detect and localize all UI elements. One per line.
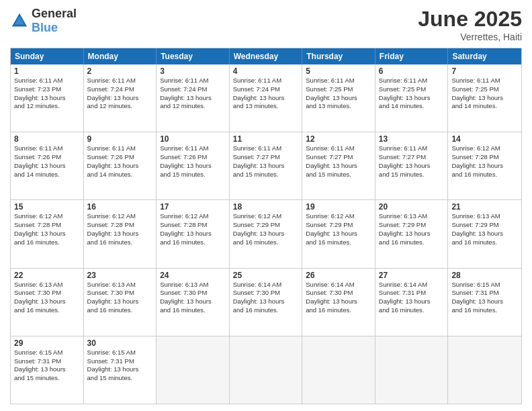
cell-jun29: 29 Sunrise: 6:15 AMSunset: 7:31 PMDaylig…: [11, 336, 84, 404]
day-num-26: 26: [306, 271, 371, 280]
cell-jun16: 16 Sunrise: 6:12 AMSunset: 7:28 PMDaylig…: [84, 200, 157, 267]
day-num-3: 3: [160, 66, 226, 76]
cell-jun1: 1 Sunrise: 6:11 AMSunset: 7:23 PMDayligh…: [11, 64, 84, 132]
logo-blue: Blue: [32, 21, 58, 34]
day-num-30: 30: [87, 338, 153, 348]
cell-empty-1: [157, 336, 230, 404]
header-wednesday: Wednesday: [230, 48, 303, 64]
day-num-1: 1: [14, 66, 80, 76]
day-info-14: Sunrise: 6:12 AMSunset: 7:28 PMDaylight:…: [451, 144, 518, 179]
day-info-19: Sunrise: 6:12 AMSunset: 7:29 PMDaylight:…: [306, 212, 371, 246]
calendar-body: 1 Sunrise: 6:11 AMSunset: 7:23 PMDayligh…: [11, 64, 521, 404]
day-info-3: Sunrise: 6:11 AMSunset: 7:24 PMDaylight:…: [160, 77, 226, 111]
cell-jun9: 9 Sunrise: 6:11 AMSunset: 7:26 PMDayligh…: [84, 132, 157, 199]
header-monday: Monday: [84, 48, 157, 64]
day-num-20: 20: [379, 202, 445, 212]
cell-jun23: 23 Sunrise: 6:13 AMSunset: 7:30 PMDaylig…: [84, 269, 157, 336]
day-num-24: 24: [160, 271, 226, 280]
day-info-13: Sunrise: 6:11 AMSunset: 7:27 PMDaylight:…: [379, 144, 445, 179]
cell-jun21: 21 Sunrise: 6:13 AMSunset: 7:29 PMDaylig…: [448, 200, 521, 267]
day-num-4: 4: [233, 66, 299, 76]
day-info-12: Sunrise: 6:11 AMSunset: 7:27 PMDaylight:…: [306, 144, 371, 179]
day-info-1: Sunrise: 6:11 AMSunset: 7:23 PMDaylight:…: [14, 77, 80, 111]
day-info-5: Sunrise: 6:11 AMSunset: 7:25 PMDaylight:…: [306, 77, 371, 111]
day-info-10: Sunrise: 6:11 AMSunset: 7:26 PMDaylight:…: [160, 144, 226, 179]
day-num-2: 2: [87, 66, 153, 76]
cell-jun27: 27 Sunrise: 6:14 AMSunset: 7:31 PMDaylig…: [375, 269, 449, 336]
header-tuesday: Tuesday: [157, 48, 230, 64]
cell-jun7: 7 Sunrise: 6:11 AMSunset: 7:25 PMDayligh…: [448, 64, 521, 132]
location-subtitle: Verrettes, Haiti: [418, 32, 522, 42]
cal-row-4: 22 Sunrise: 6:13 AMSunset: 7:30 PMDaylig…: [11, 268, 521, 336]
day-num-5: 5: [306, 66, 371, 76]
cal-row-1: 1 Sunrise: 6:11 AMSunset: 7:23 PMDayligh…: [11, 64, 521, 132]
day-num-7: 7: [451, 66, 518, 76]
day-info-11: Sunrise: 6:11 AMSunset: 7:27 PMDaylight:…: [233, 144, 299, 179]
title-area: June 2025 Verrettes, Haiti: [418, 7, 522, 42]
day-num-10: 10: [160, 134, 226, 144]
cell-jun5: 5 Sunrise: 6:11 AMSunset: 7:25 PMDayligh…: [302, 64, 375, 132]
day-num-25: 25: [233, 271, 299, 280]
header-sunday: Sunday: [11, 48, 84, 64]
cell-jun4: 4 Sunrise: 6:11 AMSunset: 7:24 PMDayligh…: [230, 64, 303, 132]
month-title: June 2025: [418, 7, 522, 32]
day-num-6: 6: [379, 66, 445, 76]
day-info-7: Sunrise: 6:11 AMSunset: 7:25 PMDaylight:…: [451, 77, 518, 111]
day-info-16: Sunrise: 6:12 AMSunset: 7:28 PMDaylight:…: [87, 212, 153, 246]
logo: General Blue: [10, 7, 77, 35]
calendar: Sunday Monday Tuesday Wednesday Thursday…: [10, 48, 522, 404]
day-num-17: 17: [160, 202, 226, 212]
day-num-19: 19: [306, 202, 371, 212]
day-info-25: Sunrise: 6:14 AMSunset: 7:30 PMDaylight:…: [233, 281, 299, 315]
cell-jun24: 24 Sunrise: 6:13 AMSunset: 7:30 PMDaylig…: [157, 269, 230, 336]
cell-empty-5: [448, 336, 521, 404]
day-num-18: 18: [233, 202, 299, 212]
logo-text: General Blue: [32, 7, 77, 35]
cell-jun13: 13 Sunrise: 6:11 AMSunset: 7:27 PMDaylig…: [375, 132, 449, 199]
day-info-6: Sunrise: 6:11 AMSunset: 7:25 PMDaylight:…: [379, 77, 445, 111]
day-num-14: 14: [451, 134, 518, 144]
day-num-22: 22: [14, 271, 80, 280]
day-info-22: Sunrise: 6:13 AMSunset: 7:30 PMDaylight:…: [14, 281, 80, 315]
cell-jun17: 17 Sunrise: 6:12 AMSunset: 7:28 PMDaylig…: [157, 200, 230, 267]
cal-row-3: 15 Sunrise: 6:12 AMSunset: 7:28 PMDaylig…: [11, 199, 521, 267]
day-num-23: 23: [87, 271, 153, 280]
day-num-28: 28: [451, 271, 518, 280]
day-info-28: Sunrise: 6:15 AMSunset: 7:31 PMDaylight:…: [451, 281, 518, 315]
cell-jun12: 12 Sunrise: 6:11 AMSunset: 7:27 PMDaylig…: [302, 132, 375, 199]
day-num-8: 8: [14, 134, 80, 144]
day-info-30: Sunrise: 6:15 AMSunset: 7:31 PMDaylight:…: [87, 349, 153, 383]
day-info-29: Sunrise: 6:15 AMSunset: 7:31 PMDaylight:…: [14, 349, 80, 383]
cell-jun2: 2 Sunrise: 6:11 AMSunset: 7:24 PMDayligh…: [84, 64, 157, 132]
cell-empty-4: [375, 336, 449, 404]
day-info-18: Sunrise: 6:12 AMSunset: 7:29 PMDaylight:…: [233, 212, 299, 246]
cell-jun3: 3 Sunrise: 6:11 AMSunset: 7:24 PMDayligh…: [157, 64, 230, 132]
cell-jun8: 8 Sunrise: 6:11 AMSunset: 7:26 PMDayligh…: [11, 132, 84, 199]
day-num-29: 29: [14, 338, 80, 348]
day-num-11: 11: [233, 134, 299, 144]
day-num-27: 27: [379, 271, 445, 280]
logo-general: General: [32, 7, 77, 20]
day-num-21: 21: [451, 202, 518, 212]
cell-jun10: 10 Sunrise: 6:11 AMSunset: 7:26 PMDaylig…: [157, 132, 230, 199]
cell-jun11: 11 Sunrise: 6:11 AMSunset: 7:27 PMDaylig…: [230, 132, 303, 199]
cell-jun26: 26 Sunrise: 6:14 AMSunset: 7:30 PMDaylig…: [302, 269, 375, 336]
day-num-15: 15: [14, 202, 80, 212]
page: General Blue June 2025 Verrettes, Haiti …: [0, 0, 532, 411]
day-info-24: Sunrise: 6:13 AMSunset: 7:30 PMDaylight:…: [160, 281, 226, 315]
cell-jun6: 6 Sunrise: 6:11 AMSunset: 7:25 PMDayligh…: [375, 64, 449, 132]
header-friday: Friday: [375, 48, 449, 64]
day-info-4: Sunrise: 6:11 AMSunset: 7:24 PMDaylight:…: [233, 77, 299, 111]
cal-row-5: 29 Sunrise: 6:15 AMSunset: 7:31 PMDaylig…: [11, 336, 521, 404]
day-info-26: Sunrise: 6:14 AMSunset: 7:30 PMDaylight:…: [306, 281, 371, 315]
day-info-23: Sunrise: 6:13 AMSunset: 7:30 PMDaylight:…: [87, 281, 153, 315]
cell-jun25: 25 Sunrise: 6:14 AMSunset: 7:30 PMDaylig…: [230, 269, 303, 336]
day-num-16: 16: [87, 202, 153, 212]
cell-jun18: 18 Sunrise: 6:12 AMSunset: 7:29 PMDaylig…: [230, 200, 303, 267]
day-info-20: Sunrise: 6:13 AMSunset: 7:29 PMDaylight:…: [379, 212, 445, 246]
header: General Blue June 2025 Verrettes, Haiti: [10, 7, 522, 42]
day-num-12: 12: [306, 134, 371, 144]
header-saturday: Saturday: [448, 48, 521, 64]
day-info-21: Sunrise: 6:13 AMSunset: 7:29 PMDaylight:…: [451, 212, 518, 246]
day-info-9: Sunrise: 6:11 AMSunset: 7:26 PMDaylight:…: [87, 144, 153, 179]
